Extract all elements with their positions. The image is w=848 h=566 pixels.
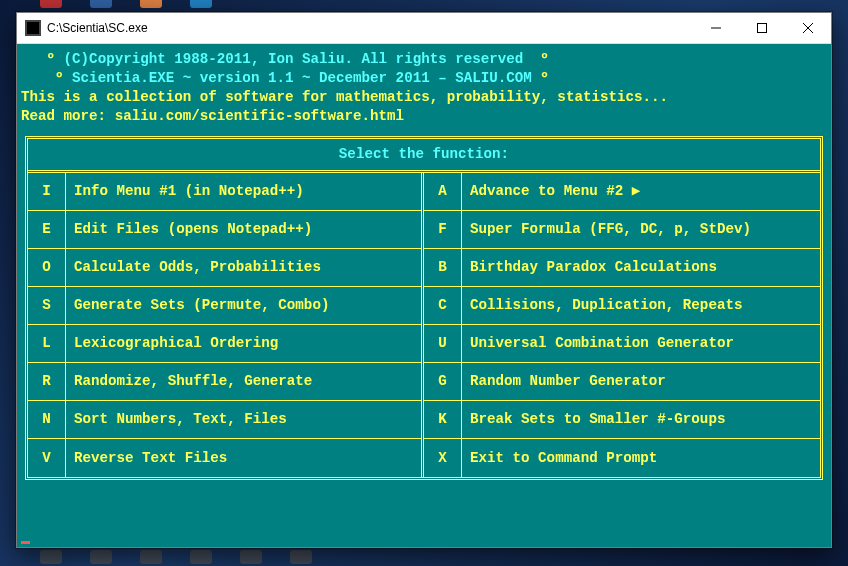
console-area[interactable]: º (C)Copyright 1988-2011, Ion Saliu. All… (17, 44, 831, 547)
menu-item-o[interactable]: OCalculate Odds, Probabilities (28, 249, 421, 287)
taskbar-icon (240, 550, 262, 564)
menu-item-key: V (28, 439, 66, 477)
taskbar-icon (290, 550, 312, 564)
menu-item-r[interactable]: RRandomize, Shuffle, Generate (28, 363, 421, 401)
menu-item-label: Reverse Text Files (66, 449, 421, 468)
window-title: C:\Scientia\SC.exe (47, 21, 148, 35)
taskbar-top (0, 0, 848, 10)
header-line-4: Read more: saliu.com/scientific-software… (21, 107, 827, 126)
taskbar-icon (140, 550, 162, 564)
menu-item-label: Edit Files (opens Notepad++) (66, 220, 421, 239)
menu-item-u[interactable]: UUniversal Combination Generator (424, 325, 820, 363)
menu-item-i[interactable]: IInfo Menu #1 (in Notepad++) (28, 173, 421, 211)
maximize-button[interactable] (739, 13, 785, 44)
menu-item-v[interactable]: VReverse Text Files (28, 439, 421, 477)
titlebar[interactable]: C:\Scientia\SC.exe (17, 13, 831, 44)
menu-item-label: Lexicographical Ordering (66, 334, 421, 353)
menu-item-key: K (424, 401, 462, 438)
text-cursor (21, 541, 30, 544)
menu-item-key: N (28, 401, 66, 438)
menu-item-label: Calculate Odds, Probabilities (66, 258, 421, 277)
app-window: C:\Scientia\SC.exe º (C)Copyright 1988-2… (16, 12, 832, 548)
menu-item-c[interactable]: CCollisions, Duplication, Repeats (424, 287, 820, 325)
menu-item-e[interactable]: EEdit Files (opens Notepad++) (28, 211, 421, 249)
header-line-3: This is a collection of software for mat… (21, 88, 827, 107)
menu-item-label: Universal Combination Generator (462, 334, 820, 353)
menu-item-key: O (28, 249, 66, 286)
menu-item-label: Break Sets to Smaller #-Groups (462, 410, 820, 429)
menu-item-key: I (28, 173, 66, 210)
menu-item-label: Super Formula (FFG, DC, p, StDev) (462, 220, 820, 239)
menu-item-label: Advance to Menu #2 ▶ (462, 182, 820, 201)
menu-item-label: Generate Sets (Permute, Combo) (66, 296, 421, 315)
menu-item-key: R (28, 363, 66, 400)
menu-title: Select the function: (28, 139, 820, 170)
header-line-2: º Scientia.EXE ~ version 1.1 ~ December … (21, 69, 827, 88)
menu-item-key: C (424, 287, 462, 324)
taskbar-icon (40, 0, 62, 8)
menu-item-l[interactable]: LLexicographical Ordering (28, 325, 421, 363)
menu-item-key: S (28, 287, 66, 324)
menu-item-key: A (424, 173, 462, 210)
menu-item-label: Sort Numbers, Text, Files (66, 410, 421, 429)
menu-item-key: B (424, 249, 462, 286)
menu-item-key: X (424, 439, 462, 477)
menu-item-key: U (424, 325, 462, 362)
menu-item-k[interactable]: KBreak Sets to Smaller #-Groups (424, 401, 820, 439)
arrow-right-icon: ▶ (632, 183, 641, 199)
menu-item-n[interactable]: NSort Numbers, Text, Files (28, 401, 421, 439)
menu-item-key: L (28, 325, 66, 362)
taskbar-icon (40, 550, 62, 564)
menu-item-key: F (424, 211, 462, 248)
menu-item-label: Info Menu #1 (in Notepad++) (66, 182, 421, 201)
menu-item-a[interactable]: AAdvance to Menu #2 ▶ (424, 173, 820, 211)
taskbar-icon (90, 550, 112, 564)
menu-column-left: IInfo Menu #1 (in Notepad++)EEdit Files … (28, 173, 424, 477)
menu-item-x[interactable]: XExit to Command Prompt (424, 439, 820, 477)
header-line-1: º (C)Copyright 1988-2011, Ion Saliu. All… (21, 50, 827, 69)
menu-item-key: G (424, 363, 462, 400)
menu-item-s[interactable]: SGenerate Sets (Permute, Combo) (28, 287, 421, 325)
taskbar-icon (190, 0, 212, 8)
menu-item-label: Birthday Paradox Calculations (462, 258, 820, 277)
app-icon (25, 20, 41, 36)
menu-item-label: Random Number Generator (462, 372, 820, 391)
taskbar-icon (90, 0, 112, 8)
taskbar-icon (190, 550, 212, 564)
minimize-button[interactable] (693, 13, 739, 44)
taskbar-bottom (0, 550, 848, 566)
menu-item-label: Exit to Command Prompt (462, 449, 820, 468)
svg-rect-1 (758, 24, 767, 33)
menu-grid: IInfo Menu #1 (in Notepad++)EEdit Files … (28, 170, 820, 477)
menu-column-right: AAdvance to Menu #2 ▶FSuper Formula (FFG… (424, 173, 820, 477)
menu-box: Select the function: IInfo Menu #1 (in N… (25, 136, 823, 480)
menu-item-label: Randomize, Shuffle, Generate (66, 372, 421, 391)
menu-item-g[interactable]: GRandom Number Generator (424, 363, 820, 401)
taskbar-icon (140, 0, 162, 8)
menu-item-b[interactable]: BBirthday Paradox Calculations (424, 249, 820, 287)
menu-item-f[interactable]: FSuper Formula (FFG, DC, p, StDev) (424, 211, 820, 249)
close-button[interactable] (785, 13, 831, 44)
menu-item-key: E (28, 211, 66, 248)
menu-item-label: Collisions, Duplication, Repeats (462, 296, 820, 315)
